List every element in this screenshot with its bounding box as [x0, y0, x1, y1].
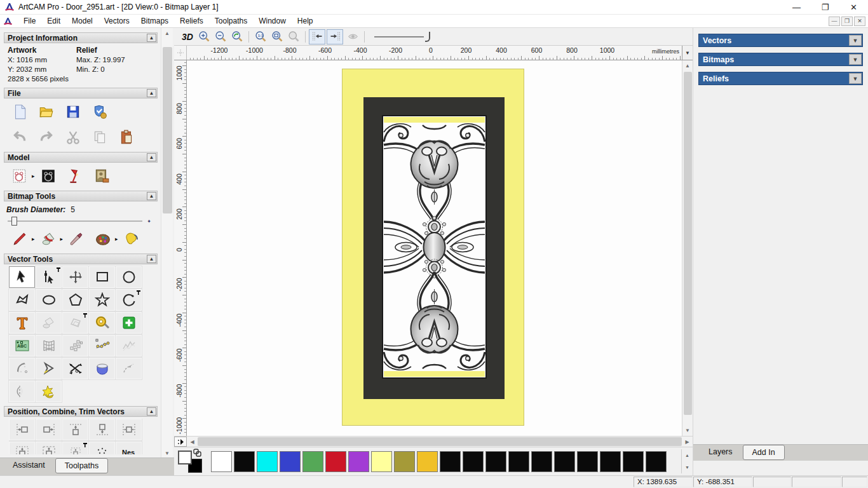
- primary-secondary-color-indicator[interactable]: [175, 449, 211, 474]
- color-swatch[interactable]: [508, 451, 529, 472]
- color-swatch[interactable]: [394, 451, 415, 472]
- color-swatch[interactable]: [348, 451, 369, 472]
- trim-vectors-icon[interactable]: [62, 358, 88, 379]
- scroll-left-icon[interactable]: ◀: [187, 437, 198, 447]
- color-swatch[interactable]: [531, 451, 552, 472]
- color-swatch[interactable]: [440, 451, 461, 472]
- scrollbar-thumb[interactable]: [163, 47, 172, 214]
- flyout-arrow-icon[interactable]: ▸: [115, 236, 118, 242]
- snap-next-icon[interactable]: [327, 29, 343, 44]
- panel-header-bitmaps[interactable]: Bitmaps▼: [698, 53, 863, 66]
- section-header-model[interactable]: Model ▲: [4, 152, 158, 163]
- zoom-1to1-icon[interactable]: 1:1: [252, 29, 269, 44]
- flyout-arrow-icon[interactable]: ▸: [60, 236, 64, 242]
- cut-icon[interactable]: [64, 128, 83, 147]
- scroll-up-icon[interactable]: ▲: [682, 449, 693, 461]
- wrap-star-icon[interactable]: [36, 381, 62, 402]
- zoom-out-icon[interactable]: [212, 29, 229, 44]
- zoom-object-icon[interactable]: [285, 29, 302, 44]
- slider-handle[interactable]: [11, 217, 17, 226]
- fillet-arc-icon[interactable]: [9, 358, 35, 379]
- scroll-right-icon[interactable]: ▶: [682, 437, 693, 447]
- paint-bucket-icon[interactable]: [39, 229, 58, 248]
- zoom-fit-icon[interactable]: [269, 29, 285, 44]
- scrollbar-thumb[interactable]: [198, 437, 682, 446]
- menu-vectors[interactable]: Vectors: [98, 15, 135, 27]
- animate-view-button[interactable]: [174, 437, 187, 447]
- collapse-section-button[interactable]: ▲: [147, 153, 156, 161]
- expand-panel-button[interactable]: ▼: [849, 35, 862, 46]
- color-swatch[interactable]: [302, 451, 323, 472]
- brush-diameter-slider[interactable]: ✦: [8, 217, 151, 226]
- slider-handle[interactable]: [425, 32, 430, 42]
- tab-toolpaths[interactable]: Toolpaths: [55, 458, 109, 473]
- menu-help[interactable]: Help: [292, 15, 319, 27]
- align-left-icon[interactable]: [9, 419, 35, 440]
- scrollbar-thumb[interactable]: [684, 72, 692, 415]
- scroll-down-icon[interactable]: ▼: [682, 425, 693, 436]
- collapse-section-button[interactable]: ▲: [147, 34, 156, 42]
- artwork-relief-panel[interactable]: [382, 115, 487, 379]
- slider-track[interactable]: [374, 36, 424, 37]
- extrude-icon[interactable]: [89, 358, 115, 379]
- canvas-vertical-scrollbar[interactable]: ▲ ▼: [682, 60, 693, 436]
- center-small-icon[interactable]: [62, 442, 88, 454]
- section-header-vector-tools[interactable]: Vector Tools ▲: [4, 254, 158, 264]
- copy-icon[interactable]: [90, 128, 109, 147]
- color-swatch[interactable]: [280, 451, 301, 472]
- expand-panel-button[interactable]: ▼: [849, 54, 862, 65]
- open-file-icon[interactable]: [37, 102, 56, 121]
- node-edit-icon[interactable]: [36, 266, 62, 288]
- eyedropper-icon[interactable]: [67, 229, 86, 248]
- flyout-arrow-icon[interactable]: ▸: [32, 173, 35, 179]
- contrast-slider[interactable]: [374, 30, 433, 43]
- scatter-copies-icon[interactable]: [89, 442, 115, 454]
- menu-reliefs[interactable]: Reliefs: [174, 15, 209, 27]
- offset-vector-icon[interactable]: [62, 312, 88, 334]
- arc-tool-icon[interactable]: [116, 289, 142, 311]
- ruler-units-dropdown[interactable]: ▼: [682, 46, 693, 60]
- canvas-2d-view[interactable]: [187, 60, 682, 436]
- circle-tool-icon[interactable]: [116, 266, 142, 288]
- polygon-tool-icon[interactable]: [62, 289, 88, 311]
- import-export-icon[interactable]: [90, 102, 109, 121]
- texture-relief-icon[interactable]: [92, 166, 111, 186]
- menu-file[interactable]: File: [18, 15, 41, 27]
- distort-grid-icon[interactable]: [36, 335, 62, 356]
- ruler-origin-button[interactable]: [174, 46, 187, 60]
- scroll-down-icon[interactable]: ▼: [682, 461, 693, 473]
- mdi-close-button[interactable]: ✕: [854, 17, 865, 26]
- color-swatch[interactable]: [623, 451, 644, 472]
- block-copy-icon[interactable]: [62, 335, 88, 356]
- paste-icon[interactable]: [117, 128, 136, 147]
- minimize-button[interactable]: —: [782, 0, 811, 14]
- expand-panel-button[interactable]: ▼: [849, 73, 862, 84]
- color-swatch[interactable]: [485, 451, 506, 472]
- collapse-section-button[interactable]: ▲: [147, 407, 156, 416]
- section-header-bitmap-tools[interactable]: Bitmap Tools ▲: [4, 191, 158, 201]
- panel-header-vectors[interactable]: Vectors▼: [698, 34, 863, 47]
- text-tool-icon[interactable]: [9, 312, 35, 334]
- color-swatch[interactable]: [371, 451, 392, 472]
- collapse-section-button[interactable]: ▲: [147, 89, 156, 97]
- ellipse-tool-icon[interactable]: [36, 289, 62, 311]
- color-swatch[interactable]: [417, 451, 438, 472]
- fit-curve-icon[interactable]: [116, 335, 142, 356]
- color-swatch[interactable]: [646, 451, 667, 472]
- zoom-in-icon[interactable]: [196, 29, 212, 44]
- color-swatch[interactable]: [325, 451, 346, 472]
- model-sketch-icon[interactable]: [10, 166, 29, 186]
- paint-brush-icon[interactable]: [10, 229, 29, 248]
- light-material-icon[interactable]: [65, 166, 85, 186]
- contrast-icon[interactable]: [344, 29, 361, 44]
- assistant-panel-scrollbar[interactable]: ▲ ▼: [161, 28, 173, 459]
- rectangle-tool-icon[interactable]: [89, 266, 115, 288]
- undo-icon[interactable]: [10, 128, 29, 147]
- nest-vectors-icon[interactable]: Nes: [116, 442, 142, 454]
- color-swatch[interactable]: [554, 451, 575, 472]
- tab-layers[interactable]: Layers: [700, 445, 742, 459]
- polyline-tool-icon[interactable]: [9, 289, 35, 311]
- collapse-section-button[interactable]: ▲: [147, 255, 156, 263]
- section-header-position-combine-trim[interactable]: Position, Combine, Trim Vectors ▲: [4, 406, 158, 417]
- pour-vector-icon[interactable]: [36, 312, 62, 334]
